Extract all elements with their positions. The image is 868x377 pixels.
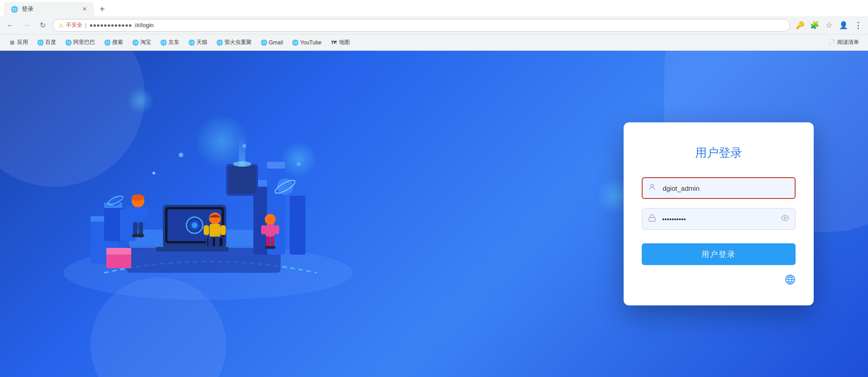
bookmark-jd[interactable]: 🌐 京东	[157, 37, 183, 48]
svg-rect-48	[266, 224, 275, 237]
svg-point-13	[192, 222, 197, 228]
svg-point-56	[243, 144, 246, 148]
bookmark-search-label: 搜索	[112, 39, 123, 46]
jd-icon: 🌐	[160, 39, 167, 46]
login-button[interactable]: 用户登录	[642, 243, 796, 265]
language-icon[interactable]	[785, 274, 796, 287]
bookmark-search[interactable]: 🌐 搜索	[100, 37, 127, 48]
svg-rect-54	[275, 225, 279, 234]
svg-rect-49	[266, 236, 270, 247]
bookmark-alibaba[interactable]: 🌐 阿里巴巴	[62, 37, 99, 48]
nav-right-actions: 🔑 🧩 ☆ 👤 ⋮	[794, 19, 864, 32]
read-mode-icon: 📄	[829, 39, 835, 46]
password-lock-icon	[648, 214, 656, 224]
tmall-icon: 🌐	[188, 39, 195, 46]
svg-rect-44	[220, 225, 226, 235]
password-input[interactable]	[642, 208, 796, 230]
login-title: 用户登录	[642, 145, 796, 161]
svg-rect-23	[239, 137, 245, 166]
svg-rect-21	[229, 166, 256, 193]
bookmark-apps-label: 应用	[17, 39, 28, 46]
bookmark-tmall-label: 天猫	[196, 39, 207, 46]
alibaba-icon: 🌐	[65, 39, 72, 46]
back-button[interactable]: ←	[4, 19, 16, 32]
maps-icon: 🗺	[331, 39, 337, 46]
baidu-icon: 🌐	[37, 39, 43, 46]
password-eye-icon[interactable]	[781, 214, 789, 224]
bookmark-youtube[interactable]: 🌐 YouTube	[288, 38, 325, 48]
illustration	[36, 73, 376, 336]
gmail-icon: 🌐	[261, 39, 267, 46]
svg-point-47	[265, 214, 276, 225]
bookmark-gmail-label: Gmail	[269, 39, 283, 46]
bookmark-youtube-label: YouTube	[300, 39, 321, 46]
navigation-bar: ← → ↻ ⚠ 不安全 | ●●●●●●●●●●●● /#/login 🔑 🧩 …	[0, 16, 868, 34]
bookmark-baidu-label: 百度	[45, 39, 56, 46]
extension-button[interactable]: 🧩	[808, 19, 821, 32]
svg-rect-33	[133, 222, 138, 236]
bookmark-alibaba-label: 阿里巴巴	[73, 39, 95, 46]
svg-point-55	[179, 153, 183, 157]
security-label: 不安全	[66, 21, 82, 29]
forward-button[interactable]: →	[20, 19, 33, 32]
browser-chrome: 🌐 登录 ✕ + ← → ↻ ⚠ 不安全 | ●●●●●●●●●●●● /#/l…	[0, 0, 868, 51]
bookmarks-bar: ⊞ 应用 🌐 百度 🌐 阿里巴巴 🌐 搜索 🌐 淘宝 🌐 京东 🌐 天猫 🌐	[0, 34, 868, 51]
svg-point-31	[132, 194, 144, 201]
bookmark-tmall[interactable]: 🌐 天猫	[185, 37, 211, 48]
reload-button[interactable]: ↻	[36, 19, 49, 32]
url-text: ●●●●●●●●●●●●	[89, 22, 132, 29]
svg-rect-53	[261, 225, 266, 234]
bookmark-taobao[interactable]: 🌐 淘宝	[129, 37, 155, 48]
svg-rect-50	[271, 236, 274, 247]
address-bar[interactable]: ⚠ 不安全 | ●●●●●●●●●●●● /#/login	[52, 19, 790, 32]
svg-point-36	[137, 234, 144, 237]
bookmark-maps-label: 地图	[339, 39, 350, 46]
svg-rect-19	[290, 196, 305, 255]
svg-rect-40	[210, 224, 220, 237]
url-separator: |	[85, 22, 86, 29]
svg-rect-43	[204, 225, 209, 235]
svg-rect-25	[106, 248, 131, 255]
svg-rect-18	[267, 162, 285, 169]
profile-button[interactable]: 👤	[837, 19, 850, 32]
url-path: /#/login	[135, 22, 154, 29]
card-footer	[642, 274, 796, 287]
tab-title: 登录	[22, 5, 33, 13]
username-group	[642, 177, 796, 199]
read-mode-label: 阅读清单	[837, 39, 859, 46]
active-tab[interactable]: 🌐 登录 ✕	[4, 2, 94, 16]
svg-rect-38	[143, 207, 149, 218]
bookmark-huocong-label: 萤火虫重聚	[224, 39, 252, 46]
search-bm-icon: 🌐	[104, 39, 110, 46]
security-icon: ⚠	[58, 22, 63, 29]
key-icon-button[interactable]: 🔑	[794, 19, 806, 32]
huocong-icon: 🌐	[216, 39, 223, 46]
bookmark-gmail[interactable]: 🌐 Gmail	[257, 38, 286, 48]
svg-point-39	[209, 213, 221, 224]
page-content: 用户登录 用户登录	[0, 51, 868, 377]
menu-button[interactable]: ⋮	[852, 19, 864, 32]
bookmark-apps[interactable]: ⊞ 应用	[5, 37, 32, 48]
read-mode-button[interactable]: 📄 阅读清单	[825, 37, 863, 48]
svg-point-57	[153, 172, 155, 174]
bookmark-baidu[interactable]: 🌐 百度	[33, 37, 60, 48]
new-tab-button[interactable]: +	[96, 2, 109, 16]
bookmark-star-button[interactable]: ☆	[823, 19, 835, 32]
tab-bar: 🌐 登录 ✕ +	[0, 0, 868, 16]
bookmark-jd-label: 京东	[168, 39, 179, 46]
username-input[interactable]	[642, 177, 796, 199]
youtube-icon: 🌐	[292, 39, 298, 46]
svg-rect-45	[208, 237, 213, 246]
bookmark-huocong[interactable]: 🌐 萤火虫重聚	[213, 37, 255, 48]
taobao-icon: 🌐	[132, 39, 138, 46]
username-icon	[648, 183, 656, 193]
svg-point-52	[269, 246, 276, 249]
svg-point-61	[784, 217, 787, 219]
svg-rect-5	[104, 205, 122, 241]
svg-point-59	[651, 184, 653, 187]
tab-close-icon[interactable]: ✕	[82, 6, 87, 12]
password-group	[642, 208, 796, 230]
apps-icon: ⊞	[9, 39, 15, 46]
svg-rect-34	[138, 222, 143, 236]
bookmark-maps[interactable]: 🗺 地图	[327, 37, 353, 48]
